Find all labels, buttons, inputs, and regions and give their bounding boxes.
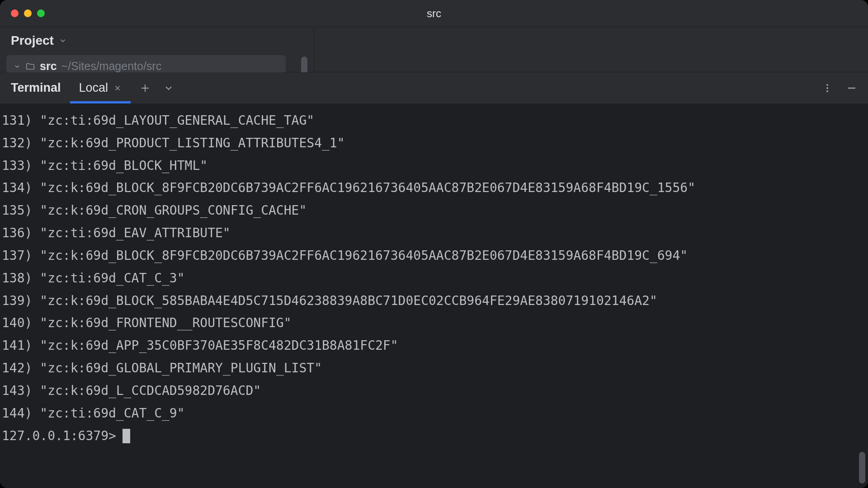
terminal-cursor [123, 429, 130, 443]
terminal-line: 143) "zc:k:69d_L_CCDCAD5982D76ACD" [2, 380, 866, 402]
terminal-line: 139) "zc:k:69d_BLOCK_585BABA4E4D5C715D46… [2, 290, 866, 312]
terminal-line: 137) "zc:k:69d_BLOCK_8F9FCB20DC6B739AC2F… [2, 244, 866, 267]
terminal-tab-local[interactable]: Local [79, 72, 122, 103]
ide-window: src Project src ~/Sites/magento [0, 0, 868, 488]
terminal-panel-label[interactable]: Terminal [11, 81, 61, 95]
terminal-line: 133) "zc:ti:69d_BLOCK_HTML" [2, 155, 866, 177]
terminal-prompt: 127.0.0.1:6379> [2, 425, 116, 447]
project-label: Project [11, 33, 54, 48]
terminal-line: 131) "zc:ti:69d_LAYOUT_GENERAL_CACHE_TAG… [2, 109, 866, 132]
title-bar: src [0, 0, 868, 27]
terminal-output[interactable]: 131) "zc:ti:69d_LAYOUT_GENERAL_CACHE_TAG… [0, 104, 868, 488]
terminal-line: 138) "zc:ti:69d_CAT_C_3" [2, 267, 866, 290]
svg-point-5 [826, 87, 828, 89]
terminal-line: 135) "zc:k:69d_CRON_GROUPS_CONFIG_CACHE" [2, 199, 866, 222]
terminal-panel: Terminal Local [0, 72, 868, 488]
terminal-line: 141) "zc:k:69d_APP_35C0BF370AE35F8C482DC… [2, 334, 866, 357]
folder-path: ~/Sites/magento/src [61, 60, 162, 73]
folder-icon [25, 61, 35, 71]
terminal-scrollbar[interactable] [859, 452, 865, 483]
tab-active-indicator [70, 101, 131, 103]
chevron-down-icon [58, 36, 67, 45]
new-tab-button[interactable] [140, 83, 151, 94]
terminal-line: 142) "zc:k:69d_GLOBAL_PRIMARY_PLUGIN_LIS… [2, 357, 866, 380]
tab-dropdown-button[interactable] [163, 83, 174, 94]
terminal-tabs: Terminal Local [0, 72, 868, 104]
chevron-down-icon [14, 63, 21, 70]
minimize-window-button[interactable] [24, 9, 32, 17]
svg-point-4 [826, 84, 828, 86]
close-window-button[interactable] [11, 9, 19, 17]
folder-name: src [40, 60, 57, 73]
editor-area [314, 27, 868, 72]
svg-point-6 [826, 90, 828, 92]
project-header[interactable]: Project [0, 27, 314, 52]
maximize-window-button[interactable] [37, 9, 45, 17]
terminal-prompt-line: 127.0.0.1:6379> [2, 425, 866, 447]
project-sidebar: Project src ~/Sites/magento/src [0, 27, 314, 72]
terminal-line: 134) "zc:k:69d_BLOCK_8F9FCB20DC6B739AC2F… [2, 177, 866, 199]
window-title: src [427, 7, 441, 20]
terminal-line: 132) "zc:k:69d_PRODUCT_LISTING_ATTRIBUTE… [2, 132, 866, 155]
minimize-panel-button[interactable] [846, 83, 857, 94]
tab-actions [140, 83, 174, 94]
tab-right-actions [822, 83, 857, 94]
tab-label: Local [79, 81, 108, 95]
project-bar: Project src ~/Sites/magento/src [0, 27, 868, 72]
traffic-lights [0, 9, 45, 17]
terminal-line: 144) "zc:ti:69d_CAT_C_9" [2, 402, 866, 425]
terminal-line: 136) "zc:ti:69d_EAV_ATTRIBUTE" [2, 222, 866, 244]
close-icon[interactable] [113, 84, 122, 92]
more-options-button[interactable] [822, 83, 833, 94]
terminal-line: 140) "zc:k:69d_FRONTEND__ROUTESCONFIG" [2, 312, 866, 334]
